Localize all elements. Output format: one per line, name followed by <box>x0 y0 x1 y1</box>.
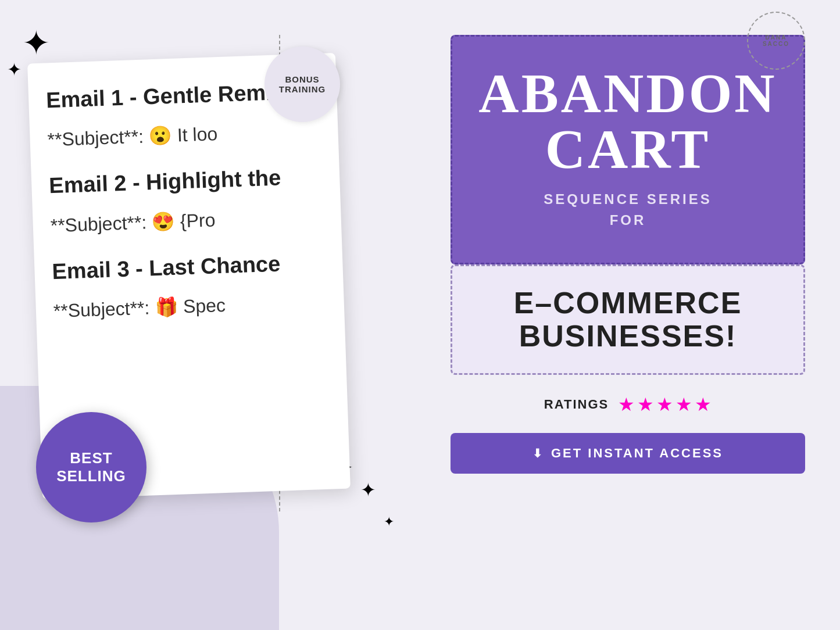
ecommerce-line2: BUSINESSES! <box>464 320 792 353</box>
main-product-card: ABANDON CART SEQUENCE SERIESFOR <box>451 35 805 264</box>
cta-label: GET INSTANT ACCESS <box>551 446 723 461</box>
right-panel: ABANDON CART SEQUENCE SERIESFOR E–COMMER… <box>451 35 805 474</box>
bonus-badge-line2: TRAINING <box>279 84 326 94</box>
product-title-line1: ABANDON <box>476 66 780 121</box>
star-rating: ★ ★ ★ ★ ★ <box>618 393 712 416</box>
product-title: ABANDON CART <box>476 66 780 177</box>
ecommerce-title: E–COMMERCE BUSINESSES! <box>464 287 792 353</box>
product-title-line2: CART <box>476 121 780 177</box>
sparkle-top-left-small: ✦ <box>7 61 22 78</box>
best-selling-badge: BEST SELLING <box>36 412 146 522</box>
sparkle-bottom-right1: ✦ <box>360 481 376 499</box>
doc-email2-subject: **Subject**: 😍 {Pro <box>50 205 324 237</box>
brand-logo: DANA SACCO <box>747 12 805 70</box>
ecommerce-card: E–COMMERCE BUSINESSES! <box>451 264 805 375</box>
best-selling-line1: BEST <box>70 449 112 467</box>
star-1: ★ <box>618 393 635 416</box>
ratings-row: RATINGS ★ ★ ★ ★ ★ <box>451 393 805 416</box>
sparkle-bottom-right2: ✦ <box>384 516 394 528</box>
ratings-label: RATINGS <box>544 397 609 412</box>
doc-email3-subject: **Subject**: 🎁 Spec <box>53 291 327 322</box>
doc-email3-heading: Email 3 - Last Chance <box>52 248 326 287</box>
brand-name-line2: SACCO <box>763 41 789 47</box>
product-subtitle: SEQUENCE SERIESFOR <box>476 189 780 231</box>
doc-email2-heading: Email 2 - Highlight the <box>49 162 323 201</box>
star-4: ★ <box>675 393 692 416</box>
star-5: ★ <box>695 393 712 416</box>
get-instant-access-button[interactable]: ⬇ GET INSTANT ACCESS <box>451 433 805 474</box>
bonus-badge-line1: BONUS <box>285 74 319 84</box>
bonus-badge: BONUS TRAINING <box>264 46 340 122</box>
sparkle-top-left-large: ✦ <box>22 26 51 60</box>
best-selling-line2: SELLING <box>56 467 126 485</box>
brand-name-line1: DANA <box>766 34 787 41</box>
star-2: ★ <box>637 393 654 416</box>
cta-icon: ⬇ <box>532 446 544 460</box>
doc-email1-subject: **Subject**: 😮 It loo <box>47 119 321 151</box>
star-3: ★ <box>656 393 673 416</box>
ecommerce-line1: E–COMMERCE <box>464 287 792 320</box>
